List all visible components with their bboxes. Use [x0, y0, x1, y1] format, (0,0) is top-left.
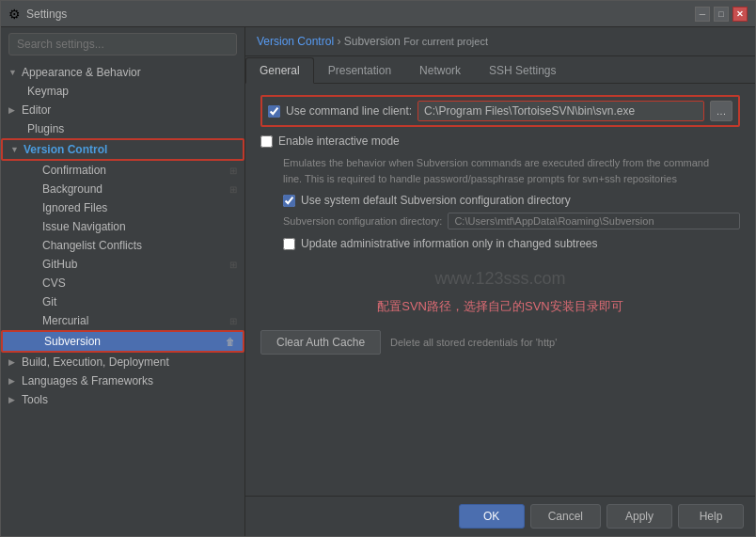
cancel-button[interactable]: Cancel [530, 504, 601, 529]
confirmation-icon: ⊞ [229, 166, 237, 176]
sidebar-item-label: Languages & Frameworks [22, 374, 153, 387]
main-content: Appearance & Behavior Keymap Editor Plug… [1, 27, 755, 536]
maximize-button[interactable]: □ [714, 7, 729, 22]
system-default-label[interactable]: Use system default Subversion configurat… [301, 194, 571, 207]
sidebar-item-mercurial[interactable]: Mercurial ⊞ [1, 311, 244, 330]
sidebar-item-label: GitHub [42, 258, 77, 271]
sidebar-item-git[interactable]: Git [1, 292, 244, 311]
arrow-icon [8, 68, 18, 77]
background-icon: ⊞ [229, 184, 237, 195]
update-admin-label[interactable]: Update administrative information only i… [301, 237, 598, 250]
tab-presentation[interactable]: Presentation [314, 57, 405, 84]
sidebar-item-ignored[interactable]: Ignored Files [1, 198, 244, 217]
clear-cache-row: Clear Auth Cache Delete all stored crede… [260, 330, 740, 355]
sidebar-item-version-control[interactable]: Version Control [1, 138, 244, 161]
sidebar-item-subversion[interactable]: Subversion 🗑 [1, 330, 244, 353]
sidebar-item-label: Changelist Conflicts [42, 239, 142, 252]
arrow-icon [8, 376, 18, 386]
chinese-note: 配置SVN路径，选择自己的SVN安装目录即可 [260, 298, 740, 315]
sidebar-item-issue-nav[interactable]: Issue Navigation [1, 217, 244, 236]
breadcrumb-suffix: For current project [403, 36, 488, 47]
mercurial-icon: ⊞ [229, 316, 237, 326]
settings-content: Use command line client: … Enable intera… [245, 84, 755, 496]
sidebar-item-label: Keymap [27, 85, 69, 98]
tab-bar: General Presentation Network SSH Setting… [245, 56, 755, 84]
ok-button[interactable]: OK [459, 504, 525, 529]
bottom-bar: OK Cancel Apply Help [245, 496, 755, 536]
sidebar: Appearance & Behavior Keymap Editor Plug… [1, 27, 245, 536]
command-line-input[interactable] [417, 101, 704, 121]
sidebar-item-plugins[interactable]: Plugins [1, 119, 244, 138]
config-dir-label: Subversion configuration directory: [283, 215, 442, 227]
arrow-icon [8, 395, 18, 404]
sidebar-item-label: Background [42, 182, 102, 196]
breadcrumb-sep: › [337, 35, 343, 48]
settings-icon: ⚙ [8, 7, 21, 22]
title-bar: ⚙ Settings ─ □ ✕ [1, 1, 755, 27]
minimize-button[interactable]: ─ [695, 7, 710, 22]
breadcrumb-path[interactable]: Version Control [257, 35, 334, 48]
sidebar-item-appearance[interactable]: Appearance & Behavior [1, 63, 244, 82]
subversion-delete-icon[interactable]: 🗑 [226, 337, 235, 347]
description-text: Emulates the behavior when Subversion co… [283, 155, 717, 186]
sidebar-item-label: CVS [42, 276, 66, 290]
sidebar-item-background[interactable]: Background ⊞ [1, 180, 244, 198]
sidebar-item-github[interactable]: GitHub ⊞ [1, 255, 244, 274]
sidebar-item-label: Editor [22, 103, 51, 117]
enable-interactive-checkbox[interactable] [260, 135, 273, 148]
tab-ssh-settings[interactable]: SSH Settings [475, 57, 570, 84]
sidebar-item-label: Issue Navigation [42, 220, 126, 233]
settings-window: ⚙ Settings ─ □ ✕ Appearance & Behavior K… [0, 0, 756, 537]
system-default-checkbox[interactable] [283, 195, 295, 207]
config-dir-row: Subversion configuration directory: [283, 213, 740, 229]
close-button[interactable]: ✕ [732, 7, 748, 22]
tree: Appearance & Behavior Keymap Editor Plug… [1, 61, 244, 536]
sidebar-item-label: Tools [22, 393, 48, 406]
use-command-line-checkbox[interactable] [268, 105, 280, 118]
arrow-icon [8, 357, 18, 367]
sidebar-item-label: Ignored Files [42, 201, 107, 214]
browse-button[interactable]: … [710, 101, 732, 121]
arrow-icon [8, 105, 18, 115]
sidebar-item-changelist[interactable]: Changelist Conflicts [1, 236, 244, 255]
apply-button[interactable]: Apply [606, 504, 672, 529]
system-default-row: Use system default Subversion configurat… [283, 194, 740, 207]
sidebar-item-keymap[interactable]: Keymap [1, 82, 244, 101]
help-button[interactable]: Help [678, 504, 744, 529]
sidebar-item-label: Confirmation [42, 164, 106, 177]
sidebar-item-languages[interactable]: Languages & Frameworks [1, 371, 244, 390]
sidebar-item-cvs[interactable]: CVS [1, 274, 244, 292]
clear-cache-button[interactable]: Clear Auth Cache [260, 330, 381, 355]
config-dir-input[interactable] [448, 213, 740, 229]
sidebar-item-confirmation[interactable]: Confirmation ⊞ [1, 161, 244, 180]
tab-network[interactable]: Network [405, 57, 475, 84]
sidebar-item-label: Git [42, 295, 56, 308]
sidebar-item-label: Build, Execution, Deployment [22, 355, 169, 369]
update-admin-checkbox[interactable] [283, 238, 295, 250]
sidebar-item-tools[interactable]: Tools [1, 390, 244, 409]
command-line-row: Use command line client: … [260, 95, 740, 127]
interactive-mode-row: Enable interactive mode [260, 134, 740, 148]
update-admin-row: Update administrative information only i… [283, 237, 740, 250]
delete-credentials-label: Delete all stored credentials for 'http' [390, 337, 557, 348]
sidebar-item-label: Mercurial [42, 314, 88, 327]
interactive-label[interactable]: Enable interactive mode [278, 134, 400, 148]
sidebar-item-label: Appearance & Behavior [22, 66, 141, 79]
breadcrumb-current: Subversion [344, 35, 401, 48]
sidebar-item-label: Plugins [27, 122, 64, 135]
window-controls: ─ □ ✕ [695, 7, 748, 22]
search-input[interactable] [8, 33, 237, 55]
sidebar-item-label: Version Control [24, 143, 107, 156]
sidebar-item-editor[interactable]: Editor [1, 101, 244, 119]
watermark: www.123sss.com [260, 269, 740, 289]
command-line-label[interactable]: Use command line client: [286, 104, 412, 118]
breadcrumb: Version Control › Subversion For current… [245, 27, 755, 56]
tab-general[interactable]: General [245, 57, 314, 84]
window-title: Settings [26, 8, 689, 21]
sidebar-item-build[interactable]: Build, Execution, Deployment [1, 353, 244, 371]
arrow-icon [10, 145, 20, 154]
sidebar-item-label: Subversion [44, 335, 101, 348]
right-panel: Version Control › Subversion For current… [245, 27, 755, 536]
github-icon: ⊞ [229, 260, 237, 270]
